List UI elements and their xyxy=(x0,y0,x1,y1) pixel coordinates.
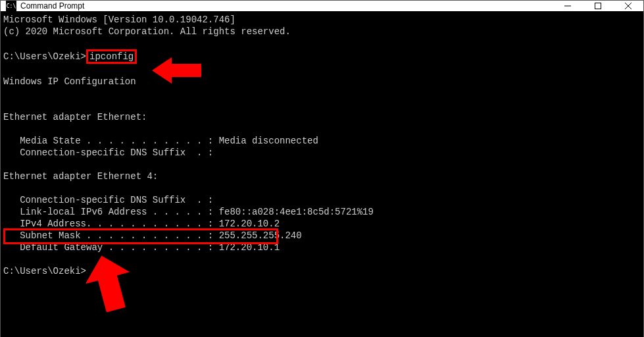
window-controls xyxy=(553,1,643,11)
blank-line xyxy=(3,159,641,170)
blank-line xyxy=(3,88,641,99)
adapter2-ipv4: IPv4 Address. . . . . . . . . . . : 172.… xyxy=(3,218,641,230)
command-prompt-window: C:\ Command Prompt Microsoft Windows [Ve… xyxy=(0,0,644,337)
blank-line xyxy=(3,182,641,194)
adapter2-suffix: Connection-specific DNS Suffix . : xyxy=(3,194,641,206)
svg-rect-1 xyxy=(595,3,601,9)
blank-line xyxy=(3,99,641,111)
blank-line xyxy=(3,253,641,265)
maximize-button[interactable] xyxy=(583,1,613,11)
adapter1-suffix: Connection-specific DNS Suffix . : xyxy=(3,147,641,159)
titlebar[interactable]: C:\ Command Prompt xyxy=(1,1,643,11)
adapter2-mask: Subnet Mask . . . . . . . . . . . : 255.… xyxy=(3,230,641,242)
adapter1-media: Media State . . . . . . . . . . . : Medi… xyxy=(3,135,641,147)
blank-line xyxy=(3,38,641,49)
adapter2-gateway: Default Gateway . . . . . . . . . : 172.… xyxy=(3,242,641,253)
prompt-line-2: C:\Users\Ozeki> xyxy=(3,265,641,277)
ip-config-header: Windows IP Configuration xyxy=(3,76,641,88)
blank-line xyxy=(3,64,641,76)
window-title: Command Prompt xyxy=(20,1,553,11)
command-highlight: ipconfig xyxy=(86,49,137,64)
prompt-line-1: C:\Users\Ozeki>ipconfig xyxy=(3,49,641,64)
adapter2-title: Ethernet adapter Ethernet 4: xyxy=(3,170,641,182)
close-button[interactable] xyxy=(613,1,643,11)
terminal-output[interactable]: Microsoft Windows [Version 10.0.19042.74… xyxy=(1,11,643,337)
adapter1-title: Ethernet adapter Ethernet: xyxy=(3,111,641,123)
minimize-button[interactable] xyxy=(553,1,583,11)
app-icon: C:\ xyxy=(6,1,16,11)
prompt-prefix: C:\Users\Ozeki> xyxy=(3,51,86,62)
version-line: Microsoft Windows [Version 10.0.19042.74… xyxy=(3,14,641,26)
adapter2-ipv6: Link-local IPv6 Address . . . . . : fe80… xyxy=(3,206,641,218)
blank-line xyxy=(3,123,641,135)
copyright-line: (c) 2020 Microsoft Corporation. All righ… xyxy=(3,26,641,38)
